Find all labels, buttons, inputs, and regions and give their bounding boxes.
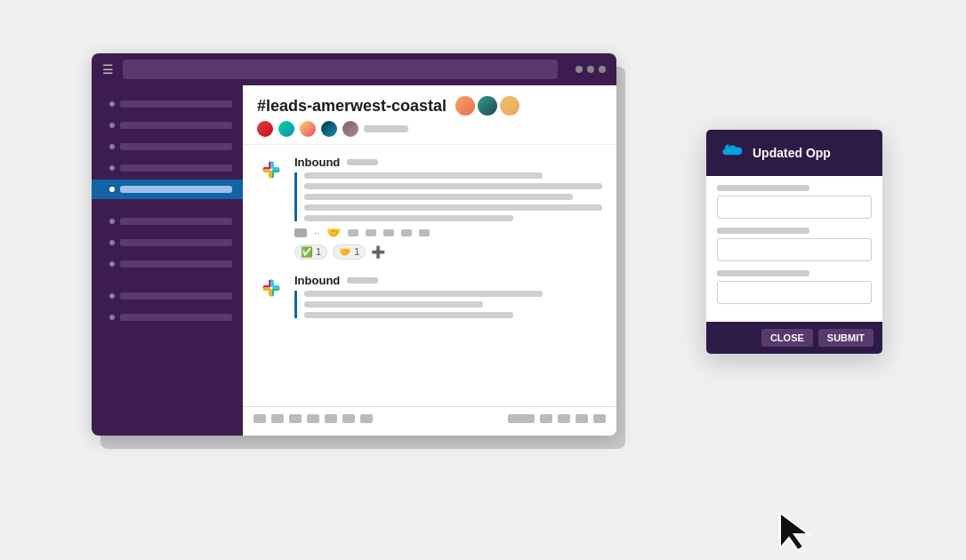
slack-body: #leads-amerwest-coastal — [92, 85, 616, 436]
compose-btn-5[interactable] — [325, 414, 337, 423]
compose-btn-right-4[interactable] — [593, 414, 606, 423]
sf-field-input-1[interactable] — [717, 196, 872, 219]
member-avatar-4 — [321, 121, 337, 137]
sidebar-dot-4 — [109, 165, 115, 171]
action-icon-check — [294, 228, 307, 237]
channel-name: #leads-amerwest-coastal — [257, 97, 447, 116]
sidebar-bar-1 — [120, 100, 232, 108]
action-separator: ·· — [314, 228, 319, 238]
title-bar-search[interactable] — [123, 60, 558, 79]
channel-avatars — [455, 96, 519, 116]
msg-line-2-2 — [304, 301, 483, 308]
sf-field-input-3[interactable] — [717, 281, 872, 304]
reaction-badge-2[interactable]: 🤝 1 — [333, 244, 366, 260]
compose-btn-right-1[interactable] — [540, 414, 552, 423]
close-button[interactable]: CLOSE — [761, 329, 813, 347]
sidebar-bar-6 — [120, 239, 232, 246]
slack-logo-1 — [257, 156, 286, 184]
sf-field-label-2 — [717, 228, 809, 234]
compose-btn-4[interactable] — [307, 414, 319, 423]
compose-btn-2[interactable] — [271, 414, 284, 423]
sf-modal-title: Updated Opp — [753, 146, 831, 160]
sidebar-bar-3 — [120, 143, 232, 150]
message-content-1: Inbound — [294, 156, 602, 260]
sidebar-item-3[interactable] — [92, 137, 243, 156]
message-content-2: Inbound — [294, 274, 602, 323]
compose-btn-right-2[interactable] — [558, 414, 570, 423]
msg-line-2-3 — [304, 312, 513, 318]
msg-line-1-5 — [304, 215, 513, 221]
sidebar-item-5[interactable] — [92, 212, 243, 231]
sidebar-bar-7 — [120, 260, 232, 268]
sidebar-bar-2 — [120, 122, 232, 129]
sf-field-label-1 — [717, 185, 809, 191]
compose-btn-right-3[interactable] — [576, 414, 588, 423]
sidebar-dot-5 — [109, 219, 115, 224]
message-header-1: Inbound — [294, 156, 602, 169]
compose-btn-1[interactable] — [254, 414, 266, 423]
submit-button[interactable]: SUBMIT — [818, 329, 873, 347]
action-sm-3 — [383, 229, 394, 236]
msg-line-2-1 — [304, 291, 543, 297]
sidebar-bar-8 — [120, 292, 232, 300]
sidebar-bar-5 — [120, 218, 232, 225]
sidebar-item-4[interactable] — [92, 158, 243, 178]
compose-btn-send[interactable] — [508, 414, 535, 423]
title-bar: ☰ — [92, 53, 616, 85]
message-2: Inbound — [257, 274, 602, 323]
sidebar-bar-4 — [120, 164, 232, 172]
compose-btn-7[interactable] — [360, 414, 373, 423]
sidebar-item-2[interactable] — [92, 116, 243, 135]
sidebar-item-active[interactable] — [92, 180, 243, 199]
message-time-bar-2 — [347, 277, 378, 284]
salesforce-modal: Updated Opp CLOSE SUBMIT — [705, 129, 883, 355]
avatar-1 — [455, 96, 475, 116]
compose-btn-3[interactable] — [289, 414, 302, 423]
sidebar-bar-active — [120, 186, 232, 193]
sidebar-separator-2 — [92, 276, 243, 286]
sidebar-item-6[interactable] — [92, 233, 243, 252]
sidebar-dot-6 — [109, 240, 115, 245]
dot-2 — [587, 66, 594, 73]
sidebar-separator-1 — [92, 201, 243, 212]
sf-modal-body — [706, 176, 882, 322]
msg-line-1-3 — [304, 194, 573, 200]
channel-members-row — [257, 121, 602, 137]
dot-3 — [599, 66, 606, 73]
sidebar-dot-8 — [109, 293, 115, 299]
messages-list: Inbound — [243, 145, 616, 406]
action-icons-row-1: ·· 🤝 — [294, 226, 602, 239]
sf-field-input-2[interactable] — [717, 238, 872, 261]
sf-modal-footer: CLOSE SUBMIT — [706, 322, 882, 354]
sidebar-bar-9 — [120, 314, 232, 321]
message-header-2: Inbound — [294, 274, 602, 287]
sidebar-item-8[interactable] — [92, 286, 243, 306]
slack-window: ☰ — [92, 53, 616, 436]
hamburger-icon[interactable]: ☰ — [102, 62, 114, 76]
sidebar-dot-1 — [109, 101, 115, 107]
members-text-bar — [364, 125, 408, 132]
action-icon-hands: 🤝 — [326, 226, 341, 239]
reaction-badge-1[interactable]: ✅ 1 — [294, 244, 327, 260]
sidebar-dot-7 — [109, 261, 115, 267]
compose-btn-6[interactable] — [342, 414, 355, 423]
member-avatar-3 — [300, 121, 316, 137]
message-quoted-1 — [294, 172, 602, 221]
member-avatar-5 — [342, 121, 358, 137]
scene: ☰ — [83, 40, 883, 520]
channel-header: #leads-amerwest-coastal — [243, 85, 616, 145]
channel-title-row: #leads-amerwest-coastal — [257, 96, 602, 116]
message-sender-2: Inbound — [294, 274, 340, 287]
sidebar-item-1[interactable] — [92, 94, 243, 114]
compose-area — [243, 406, 616, 436]
svg-rect-1 — [257, 274, 286, 302]
message-sender-1: Inbound — [294, 156, 340, 169]
dot-1 — [576, 66, 583, 73]
action-sm-5 — [419, 229, 430, 236]
member-avatar-1 — [257, 121, 273, 137]
svg-rect-0 — [257, 156, 286, 184]
reaction-add-icon[interactable]: ➕ — [371, 245, 385, 259]
msg-line-1-4 — [304, 204, 602, 211]
sidebar-item-7[interactable] — [92, 254, 243, 274]
sidebar-item-9[interactable] — [92, 308, 243, 327]
